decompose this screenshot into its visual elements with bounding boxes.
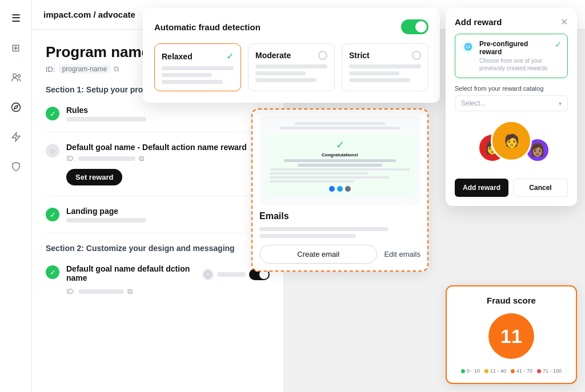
pre-config-sub: Choose from one of your previously creat… [479,57,550,72]
svg-point-2 [11,103,20,112]
fraud-moderate-header: Moderate [255,51,327,60]
rules-title: Rules [66,106,270,115]
congrats-check-icon: ✓ [270,139,410,151]
lightning-icon[interactable] [7,128,25,146]
footer-line [259,234,356,238]
rules-content: Rules [66,106,270,122]
fraud-line [162,80,223,84]
fraud-line [255,71,306,75]
twitter-icon [337,186,343,192]
fraud-option-strict[interactable]: Strict [342,43,428,91]
action-title: Default goal name default dction name [66,264,202,282]
reward-id-row: ID: ⧉ [66,154,270,163]
avatar-main: 🧑 [491,120,532,161]
footer-line [259,227,388,231]
legend-item-0-10: 0 - 10 [461,368,480,374]
fraud-relaxed-name: Relaxed [162,52,193,61]
landing-sub [66,218,146,223]
compass-icon[interactable] [7,98,25,116]
reward-catalog-label: Select from your reward catalog [455,85,568,92]
rules-item: ✓ Rules [46,106,270,132]
email-small-lines [270,168,410,183]
fraud-options: Relaxed ✓ Moderate Strict [154,43,428,91]
fraud-line [349,64,421,68]
legend-dot-yellow [484,369,488,373]
fraud-line [162,73,212,77]
fraud-detection-title: Automatic fraud detection [154,22,261,32]
copy-icon[interactable]: ⧉ [114,64,119,74]
moderate-radio [318,51,327,60]
add-reward-button[interactable]: Add reward [455,179,508,197]
rules-check-icon: ✓ [46,107,59,120]
fraud-detection-card: Automatic fraud detection Relaxed ✓ Mode… [143,8,440,103]
preview-line [295,122,384,125]
reward-item: ○ Default goal name - Default action nam… [46,143,270,196]
pre-config-title: Pre-configured reward [479,40,550,56]
fraud-option-moderate[interactable]: Moderate [248,43,335,91]
legend-label: 11 - 40 [490,368,506,374]
sidebar: ☰ ⊞ [0,0,32,392]
fraud-line [349,78,410,82]
email-preview-lines [265,122,415,130]
reward-id-bar [78,156,135,161]
fraud-strict-name: Strict [349,51,370,60]
reward-content: Default goal name - Default action name … [66,143,270,185]
landing-content: Landing page [66,207,270,223]
svg-point-0 [13,74,16,77]
avatars-area: ↗ 🧑 👩 👩🏽 [455,119,568,171]
users-icon[interactable] [7,68,25,87]
reward-id-label: ID: [66,155,75,163]
fraud-line [162,66,234,70]
info-icon[interactable] [202,269,214,280]
landing-title: Landing page [66,207,270,216]
reward-select-placeholder: Select... [461,99,486,107]
email-section-title: Emails [259,211,420,221]
email-footer-lines [259,227,420,238]
svg-marker-3 [14,106,17,109]
program-id-value: program-name [59,64,111,74]
action-header: Default goal name default dction name [66,264,270,285]
program-id-label: ID: [46,65,55,74]
action-sub-bar [217,272,246,277]
dashboard-icon[interactable]: ⊞ [7,39,25,57]
close-button[interactable]: ✕ [560,18,568,27]
reward-copy-icon[interactable]: ⧉ [139,154,144,163]
cancel-button[interactable]: Cancel [513,179,568,197]
legend-item-41-70: 41 - 70 [511,368,532,374]
small-line [270,176,389,179]
fraud-score-value: 11 [488,313,534,359]
select-chevron-icon: ▾ [559,100,562,107]
email-card: ✓ Congratulations! Emails Create email E… [251,108,428,272]
fraud-strict-header: Strict [349,51,421,60]
fraud-line [255,78,316,82]
legend-item-11-40: 11 - 40 [484,368,506,374]
facebook-icon [329,186,335,192]
fraud-toggle[interactable] [401,19,428,34]
small-line [270,172,368,175]
fraud-relaxed-header: Relaxed ✓ [162,51,234,62]
action-copy-icon[interactable]: ⧉ [127,287,133,296]
moderate-lines [255,64,327,82]
shield-icon[interactable] [7,157,25,176]
pre-configured-option[interactable]: 🌐 Pre-configured reward Choose from one … [455,34,568,78]
rules-sub [66,117,146,122]
fraud-line [349,71,399,75]
edit-emails-link[interactable]: Edit emails [384,250,420,258]
small-line [270,180,354,183]
legend-dot-orange [511,369,515,373]
fraud-option-relaxed[interactable]: Relaxed ✓ [154,43,241,91]
email-icon [345,186,351,192]
email-social-icons [270,186,410,192]
action-content: Default goal name default dction name ID… [66,264,270,296]
menu-icon[interactable]: ☰ [7,9,25,27]
add-reward-title: Add reward [455,17,502,27]
legend-label: 0 - 10 [467,368,480,374]
set-reward-button[interactable]: Set reward [66,169,122,185]
email-preview: ✓ Congratulations! [259,116,420,205]
reward-select-row[interactable]: Select... ▾ [455,95,568,111]
email-congrats-box: ✓ Congratulations! [265,134,415,196]
legend-dot-green [461,369,465,373]
congrats-sub1 [284,159,396,162]
create-email-button[interactable]: Create email [259,245,377,264]
legend-item-71-100: 71 - 100 [537,368,562,374]
